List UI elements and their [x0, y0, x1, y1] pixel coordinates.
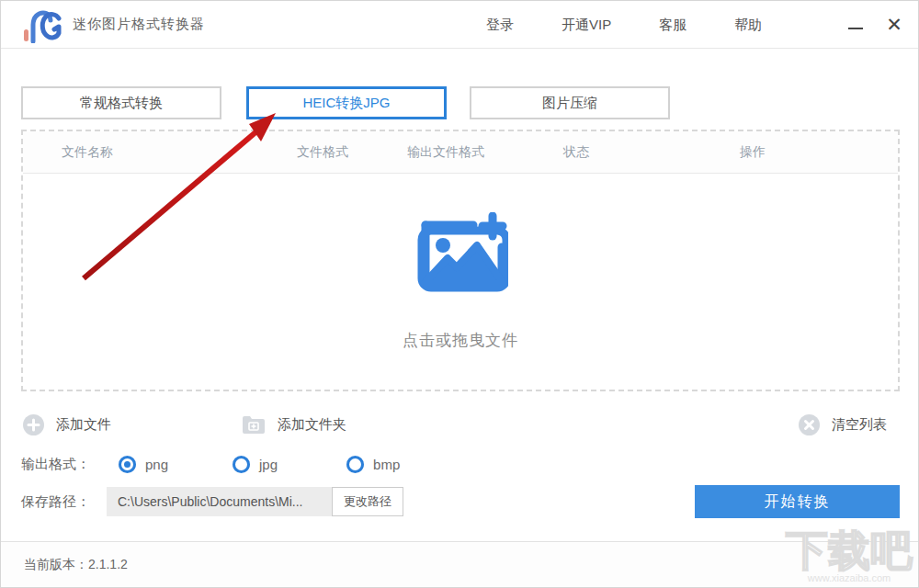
radio-option-png[interactable]: png: [119, 456, 168, 473]
window-controls: ✕: [846, 1, 903, 49]
radio-png-icon[interactable]: [119, 456, 136, 473]
drop-zone-target[interactable]: 点击或拖曳文件: [23, 174, 898, 390]
login-link[interactable]: 登录: [486, 17, 514, 34]
minimize-icon[interactable]: [846, 16, 865, 34]
radio-jpg-label: jpg: [259, 457, 278, 472]
column-output-format: 输出文件格式: [407, 144, 484, 161]
drop-zone-hint: 点击或拖曳文件: [403, 330, 518, 351]
radio-option-bmp[interactable]: bmp: [346, 456, 400, 473]
save-path-label: 保存路径：: [21, 493, 90, 511]
radio-option-jpg[interactable]: jpg: [233, 456, 278, 473]
column-operation: 操作: [740, 144, 766, 161]
start-convert-button[interactable]: 开始转换: [695, 485, 900, 518]
add-file-plus-icon: [23, 414, 44, 435]
clear-list-button[interactable]: 清空列表: [799, 413, 887, 436]
add-folder-button[interactable]: 添加文件夹: [242, 413, 346, 436]
help-link[interactable]: 帮助: [734, 17, 762, 34]
tab-image-compress[interactable]: 图片压缩: [470, 86, 670, 119]
vip-link[interactable]: 开通VIP: [562, 17, 611, 34]
version-text: 当前版本：2.1.1.2: [24, 557, 128, 573]
file-table-header: 文件名称 文件格式 输出文件格式 状态 操作: [23, 131, 898, 174]
close-icon[interactable]: ✕: [885, 16, 903, 34]
column-file-name: 文件名称: [62, 144, 113, 161]
clear-list-label: 清空列表: [832, 416, 887, 434]
tab-bar: 常规格式转换 HEIC转换JPG 图片压缩: [21, 86, 898, 119]
save-path-row: 保存路径： C:\Users\Public\Documents\Mi... 更改…: [21, 487, 403, 516]
tab-heic-to-jpg[interactable]: HEIC转换JPG: [246, 86, 447, 119]
status-bar: 当前版本：2.1.1.2: [1, 541, 918, 587]
title-bar: 迷你图片格式转换器 登录 开通VIP 客服 帮助 ✕: [1, 1, 918, 49]
change-path-button[interactable]: 更改路径: [332, 487, 403, 516]
output-format-row: 输出格式： png jpg bmp: [21, 453, 400, 475]
tab-normal-convert[interactable]: 常规格式转换: [21, 86, 221, 119]
file-drop-zone[interactable]: 文件名称 文件格式 输出文件格式 状态 操作 点击或拖曳文件: [21, 130, 900, 391]
add-folder-icon: [242, 414, 266, 435]
column-status: 状态: [563, 144, 589, 161]
app-logo-icon: [21, 8, 62, 43]
service-link[interactable]: 客服: [659, 17, 686, 34]
add-folder-label: 添加文件夹: [278, 416, 346, 434]
add-file-label: 添加文件: [56, 416, 111, 434]
app-title: 迷你图片格式转换器: [73, 16, 205, 33]
radio-bmp-icon[interactable]: [346, 456, 364, 473]
radio-bmp-label: bmp: [373, 457, 400, 472]
radio-png-label: png: [145, 457, 168, 472]
clear-list-x-icon: [799, 414, 820, 435]
add-image-icon: [413, 212, 508, 300]
save-path-field[interactable]: C:\Users\Public\Documents\Mi...: [107, 487, 332, 516]
radio-jpg-icon[interactable]: [233, 456, 250, 473]
top-menu: 登录 开通VIP 客服 帮助: [486, 1, 810, 49]
output-format-label: 输出格式：: [21, 456, 90, 473]
app-window: 迷你图片格式转换器 登录 开通VIP 客服 帮助 ✕ 常规格式转换 HEIC转换…: [0, 0, 919, 588]
add-file-button[interactable]: 添加文件: [23, 413, 111, 436]
column-file-format: 文件格式: [297, 144, 348, 161]
